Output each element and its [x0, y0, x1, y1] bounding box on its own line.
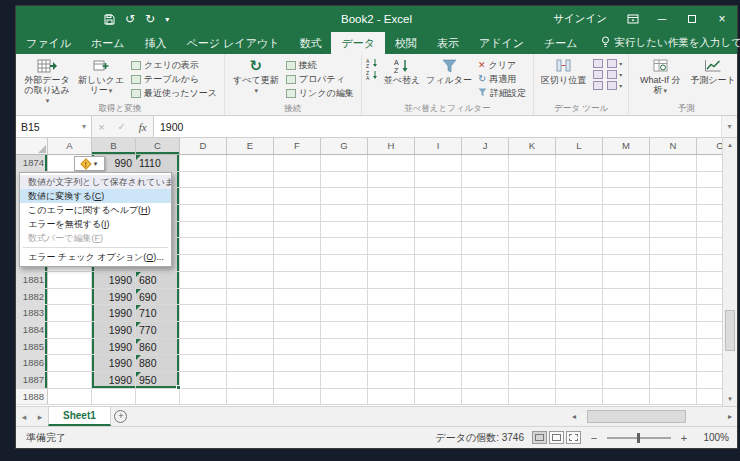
cell-G1876[interactable] — [321, 188, 368, 205]
cell-E1888[interactable] — [227, 389, 274, 406]
cell-M1875[interactable] — [603, 172, 650, 189]
cell-K1875[interactable] — [509, 172, 556, 189]
enter-formula-button[interactable]: ✓ — [118, 121, 126, 132]
cell-J1888[interactable] — [462, 389, 509, 406]
cell-G1878[interactable] — [321, 222, 368, 239]
vertical-scroll-track[interactable] — [723, 152, 737, 392]
cell-L1885[interactable] — [556, 339, 603, 356]
cell-C1881[interactable]: 680 — [136, 272, 180, 289]
cell-K1887[interactable] — [509, 372, 556, 389]
cell-K1888[interactable] — [509, 389, 556, 406]
tab-add-ins[interactable]: アドイン — [469, 32, 534, 54]
cell-C1888[interactable] — [136, 389, 180, 406]
cell-C1886[interactable]: 880 — [136, 355, 180, 372]
zoom-in-button[interactable]: + — [679, 432, 689, 444]
tab-insert[interactable]: 挿入 — [135, 32, 177, 54]
cell-F1881[interactable] — [274, 272, 321, 289]
zoom-slider-thumb[interactable] — [637, 433, 640, 443]
cell-F1879[interactable] — [274, 238, 321, 255]
cell-L1884[interactable] — [556, 322, 603, 339]
cell-D1883[interactable] — [180, 305, 227, 322]
cell-F1878[interactable] — [274, 222, 321, 239]
cell-K1886[interactable] — [509, 355, 556, 372]
cell-M1882[interactable] — [603, 289, 650, 306]
cell-A1886[interactable] — [48, 355, 92, 372]
cell-D1878[interactable] — [180, 222, 227, 239]
tell-me-box[interactable]: 実行したい作業を入力してください — [601, 32, 740, 54]
cell-N1880[interactable] — [650, 255, 697, 272]
cell-E1886[interactable] — [227, 355, 274, 372]
cell-F1888[interactable] — [274, 389, 321, 406]
cell-M1874[interactable] — [603, 155, 650, 172]
sort-descending-button[interactable]: ZA — [366, 70, 379, 80]
cell-L1882[interactable] — [556, 289, 603, 306]
row-header-1884[interactable]: 1884 — [16, 322, 48, 339]
save-button[interactable] — [104, 14, 115, 25]
cell-O1875[interactable] — [697, 172, 722, 189]
undo-button[interactable]: ↺ — [125, 12, 135, 26]
cell-A1888[interactable] — [48, 389, 92, 406]
cell-F1887[interactable] — [274, 372, 321, 389]
vertical-scrollbar[interactable]: ▴ ▾ — [722, 138, 737, 406]
cell-M1881[interactable] — [603, 272, 650, 289]
cell-H1888[interactable] — [368, 389, 415, 406]
data-tools-small-button-6[interactable]: ▾ — [607, 81, 622, 90]
cell-J1887[interactable] — [462, 372, 509, 389]
cell-B1881[interactable]: 1990 — [92, 272, 136, 289]
forecast-sheet-button[interactable]: 予測シート — [687, 55, 737, 85]
column-header-J[interactable]: J — [462, 138, 509, 154]
cell-O1882[interactable] — [697, 289, 722, 306]
data-tools-small-button-2[interactable]: ▾ — [607, 59, 622, 68]
cell-M1876[interactable] — [603, 188, 650, 205]
scroll-down-button[interactable]: ▾ — [723, 392, 737, 406]
cell-I1874[interactable] — [415, 155, 462, 172]
menu-item-ignore-error[interactable]: エラーを無視する(I) — [20, 217, 171, 231]
cell-N1881[interactable] — [650, 272, 697, 289]
ribbon-display-options-button[interactable] — [619, 14, 647, 24]
scroll-right-button[interactable]: ▸ — [723, 412, 737, 421]
cell-M1878[interactable] — [603, 222, 650, 239]
cell-L1874[interactable] — [556, 155, 603, 172]
cell-I1880[interactable] — [415, 255, 462, 272]
cell-M1883[interactable] — [603, 305, 650, 322]
scroll-up-button[interactable]: ▴ — [723, 138, 737, 152]
cell-K1884[interactable] — [509, 322, 556, 339]
what-if-analysis-button[interactable]: What-If 分析▾ — [633, 55, 687, 96]
cell-J1883[interactable] — [462, 305, 509, 322]
previous-sheet-button[interactable]: ◂ — [16, 407, 32, 426]
tab-team[interactable]: チーム — [534, 32, 588, 54]
column-header-M[interactable]: M — [603, 138, 650, 154]
tab-page-layout[interactable]: ページ レイアウト — [177, 32, 290, 54]
select-all-corner[interactable] — [16, 138, 48, 154]
cell-N1888[interactable] — [650, 389, 697, 406]
cell-C1874[interactable]: 1110 — [136, 155, 180, 172]
cell-I1877[interactable] — [415, 205, 462, 222]
cell-M1888[interactable] — [603, 389, 650, 406]
cell-D1874[interactable] — [180, 155, 227, 172]
customize-qat-button[interactable]: ▾ — [165, 15, 169, 24]
cell-N1882[interactable] — [650, 289, 697, 306]
row-header-1882[interactable]: 1882 — [16, 289, 48, 306]
row-header-1886[interactable]: 1886 — [16, 355, 48, 372]
cell-B1886[interactable]: 1990 — [92, 355, 136, 372]
cell-K1880[interactable] — [509, 255, 556, 272]
sign-in-link[interactable]: サインイン — [541, 12, 619, 26]
text-to-columns-button[interactable]: 区切り位置 — [538, 55, 589, 85]
column-header-G[interactable]: G — [321, 138, 368, 154]
formula-input[interactable]: 1900 — [154, 116, 721, 137]
cell-H1874[interactable] — [368, 155, 415, 172]
cell-D1876[interactable] — [180, 188, 227, 205]
cell-M1887[interactable] — [603, 372, 650, 389]
cell-H1881[interactable] — [368, 272, 415, 289]
cell-I1882[interactable] — [415, 289, 462, 306]
cell-H1878[interactable] — [368, 222, 415, 239]
cell-N1876[interactable] — [650, 188, 697, 205]
close-button[interactable]: × — [707, 6, 737, 32]
cell-I1885[interactable] — [415, 339, 462, 356]
column-header-F[interactable]: F — [274, 138, 321, 154]
cell-I1883[interactable] — [415, 305, 462, 322]
cell-O1877[interactable] — [697, 205, 722, 222]
zoom-out-button[interactable]: − — [589, 432, 599, 444]
sort-button[interactable]: AZ 並べ替え — [381, 55, 423, 85]
cell-K1874[interactable] — [509, 155, 556, 172]
